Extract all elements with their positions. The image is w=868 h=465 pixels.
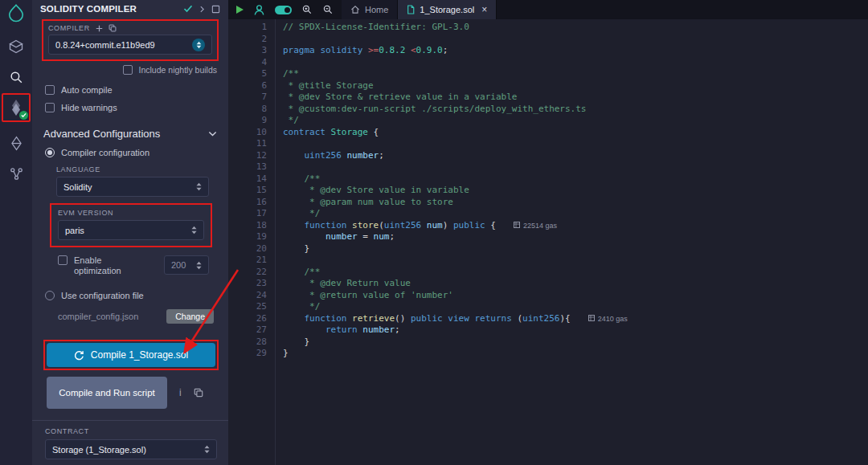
- code-line[interactable]: 17 */: [228, 208, 868, 220]
- code-line[interactable]: 4: [228, 57, 868, 69]
- code-line[interactable]: 12 uint256 number;: [228, 150, 868, 162]
- tab-file-label: 1_Storage.sol: [420, 5, 474, 14]
- code-line[interactable]: 2: [228, 34, 868, 46]
- code-line[interactable]: 9 */: [228, 115, 868, 127]
- auto-compile-checkbox[interactable]: [45, 85, 55, 95]
- plugin-manager-icon[interactable]: [6, 164, 26, 183]
- auto-compile-row: Auto compile: [32, 84, 228, 96]
- gas-estimate-badge: 22514 gas: [514, 220, 557, 232]
- code-line[interactable]: 13: [228, 161, 868, 173]
- code-text: * @dev Store value in variable: [267, 185, 469, 197]
- evm-version-select[interactable]: paris: [58, 220, 204, 240]
- compile-button-label: Compile 1_Storage.sol: [91, 349, 188, 361]
- annotation-box-evm-version: EVM VERSION paris: [50, 203, 212, 247]
- code-editor[interactable]: 1// SPDX-License-Identifier: GPL-3.023pr…: [228, 19, 868, 465]
- code-line[interactable]: 10contract Storage {: [228, 127, 868, 139]
- line-number: 21: [228, 255, 267, 267]
- code-line[interactable]: 29}: [228, 348, 868, 360]
- zoom-in-icon[interactable]: [301, 4, 313, 15]
- code-line[interactable]: 5/**: [228, 68, 868, 80]
- code-line[interactable]: 24 * @return value of 'number': [228, 290, 868, 302]
- code-line[interactable]: 18 function store(uint256 num) public {2…: [228, 220, 868, 232]
- hide-warnings-checkbox[interactable]: [45, 103, 55, 112]
- compiler-configuration-row: Compiler configuration: [32, 146, 228, 158]
- change-config-button[interactable]: Change: [166, 309, 214, 324]
- run-script-icon[interactable]: [236, 6, 244, 14]
- use-configuration-file-row: Use configuration file: [32, 289, 228, 301]
- code-line[interactable]: 7 * @dev Store & retrieve value in a var…: [228, 92, 868, 104]
- compiler-configuration-radio[interactable]: [45, 148, 55, 157]
- code-line[interactable]: 15 * @dev Store value in variable: [228, 185, 868, 197]
- editor-toolbar-icons: [228, 0, 342, 19]
- remix-logo-icon[interactable]: [6, 3, 26, 22]
- home-icon: [350, 5, 360, 14]
- version-stepper-icon[interactable]: [192, 39, 205, 51]
- line-number: 22: [228, 267, 267, 279]
- line-number: 19: [228, 231, 267, 243]
- auto-compile-label: Auto compile: [61, 85, 113, 95]
- evm-version-label: EVM VERSION: [58, 209, 204, 217]
- compile-button[interactable]: Compile 1_Storage.sol: [47, 343, 215, 367]
- compile-and-run-button[interactable]: Compile and Run script: [47, 377, 167, 409]
- line-number: 8: [228, 104, 267, 116]
- code-text: contract Storage {: [267, 127, 379, 139]
- code-line[interactable]: 6 * @title Storage: [228, 80, 868, 92]
- code-line[interactable]: 21: [228, 255, 868, 267]
- compiler-label: COMPILER: [48, 24, 90, 32]
- code-line[interactable]: 3pragma solidity >=0.8.2 <0.9.0;: [228, 45, 868, 57]
- code-line[interactable]: 8 * @custom:dev-run-script ./scripts/dep…: [228, 104, 868, 116]
- code-text: /**: [267, 68, 299, 80]
- editor-topbar: Home 1_Storage.sol ×: [228, 0, 868, 19]
- code-text: }: [267, 337, 309, 349]
- line-number: 23: [228, 278, 267, 290]
- zoom-out-icon[interactable]: [322, 4, 334, 15]
- line-number: 20: [228, 243, 267, 255]
- copilot-toggle[interactable]: [275, 6, 292, 14]
- code-line[interactable]: 22 /**: [228, 267, 868, 279]
- code-line[interactable]: 25 */: [228, 301, 868, 313]
- enable-optimization-checkbox[interactable]: [58, 255, 68, 265]
- chevron-right-icon[interactable]: [199, 6, 206, 13]
- maximize-panel-icon[interactable]: [211, 5, 220, 14]
- reload-compiler-icon[interactable]: [108, 24, 117, 32]
- optimization-runs-select[interactable]: 200: [164, 255, 209, 275]
- close-tab-icon[interactable]: ×: [481, 5, 487, 14]
- code-line[interactable]: 28 }: [228, 337, 868, 349]
- stepper-icon: [196, 182, 202, 191]
- section-divider: [32, 420, 228, 421]
- line-number: 13: [228, 161, 267, 173]
- contract-value: Storage (1_Storage.sol): [52, 445, 146, 455]
- activity-bar: [0, 0, 32, 465]
- compiler-version-select[interactable]: 0.8.24+commit.e11b9ed9: [48, 35, 212, 55]
- use-configuration-file-radio[interactable]: [45, 291, 55, 300]
- enable-optimization-label: Enable optimization: [74, 255, 137, 276]
- advanced-configurations-header[interactable]: Advanced Configurations: [32, 126, 228, 141]
- include-nightly-checkbox[interactable]: [123, 65, 133, 75]
- info-icon[interactable]: i: [179, 387, 182, 398]
- code-line[interactable]: 26 function retrieve() public view retur…: [228, 313, 868, 325]
- hide-warnings-row: Hide warnings: [32, 101, 228, 113]
- copy-icon[interactable]: [194, 388, 203, 398]
- code-line[interactable]: 11: [228, 138, 868, 150]
- code-line[interactable]: 16 * @param num value to store: [228, 197, 868, 209]
- file-explorer-icon[interactable]: [6, 37, 26, 56]
- tab-1-storage-sol[interactable]: 1_Storage.sol ×: [398, 0, 497, 19]
- contract-select[interactable]: Storage (1_Storage.sol): [45, 439, 217, 459]
- stepper-icon: [196, 261, 202, 270]
- add-compiler-icon[interactable]: [96, 25, 103, 32]
- code-text: return number;: [267, 324, 400, 337]
- code-line[interactable]: 1// SPDX-License-Identifier: GPL-3.0: [228, 22, 868, 34]
- code-line[interactable]: 20 }: [228, 243, 868, 255]
- ai-assistant-icon[interactable]: [253, 4, 265, 16]
- annotation-box-compiler-version: COMPILER 0.8.24+commit.e11b9ed9: [42, 19, 219, 61]
- language-select[interactable]: Solidity: [56, 177, 209, 197]
- line-number: 24: [228, 290, 267, 302]
- code-line[interactable]: 19 number = num;: [228, 231, 868, 243]
- code-line[interactable]: 14 /**: [228, 173, 868, 186]
- code-line[interactable]: 23 * @dev Return value: [228, 278, 868, 290]
- tab-home[interactable]: Home: [342, 0, 398, 19]
- deploy-run-icon[interactable]: [6, 133, 26, 153]
- code-text: * @dev Return value: [267, 278, 416, 290]
- code-line[interactable]: 27 return number;: [228, 324, 868, 337]
- search-icon[interactable]: [6, 67, 26, 87]
